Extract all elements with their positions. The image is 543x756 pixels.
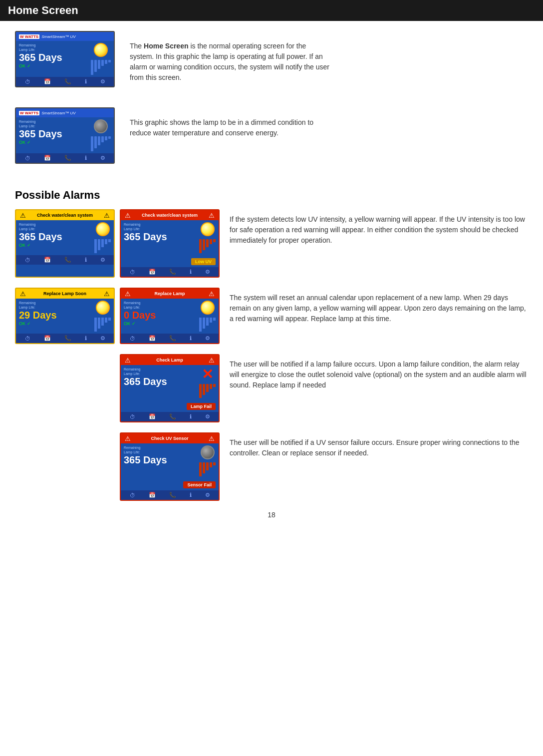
alarm-title-1: Check water/clean system — [26, 213, 104, 218]
smartstream-text: SmartStream™ UV — [41, 34, 75, 39]
screen-red-lamp-body: RemainingLamp Life: 0 Days OK ✓ — [121, 299, 219, 334]
ii-sf: ℹ — [190, 492, 192, 498]
smartstream-text-2: SmartStream™ UV — [41, 111, 75, 115]
pi-a1: 📞 — [64, 257, 71, 263]
rb1 — [199, 239, 202, 253]
alarm-tri-yl-left: ⚠ — [20, 290, 26, 298]
alarm-triangle-right-1: ⚠ — [104, 212, 110, 219]
screen-red-lamp-left: RemainingLamp Life: 0 Days OK ✓ — [124, 301, 196, 326]
alarms-section: Possible Alarms ⚠ Check water/clean syst… — [15, 189, 528, 501]
screen-sensor-fail: ⚠ Check UV Sensor ⚠ RemainingLamp Life: … — [120, 432, 220, 501]
pi-lf: 📞 — [169, 413, 176, 420]
si-a2: ⚙ — [205, 269, 210, 275]
sensor-fail-badge: Sensor Fail — [183, 481, 216, 488]
remaining-label-lf: RemainingLamp Life: — [124, 367, 196, 376]
alarm-title-sf: Check UV Sensor — [131, 436, 209, 441]
alarms-title: Possible Alarms — [15, 189, 528, 202]
timer-icon-2: ⏱ — [25, 155, 30, 161]
alarm-triangle-left-2: ⚠ — [125, 212, 131, 219]
page-number: 18 — [15, 511, 528, 519]
alarm-tri-yl-right: ⚠ — [104, 290, 110, 298]
alarm-1-desc-text: If the system detects low UV intensity, … — [230, 215, 525, 244]
sfb2 — [203, 462, 205, 473]
bars-yl — [94, 318, 111, 332]
screen-dimmed-header: W WATTS SmartStream™ UV — [16, 108, 114, 117]
ok-status-a1: OK ✓ — [19, 243, 91, 248]
sensor-fail-status: Sensor Fail — [124, 479, 216, 488]
phone-icon-2: 📞 — [64, 155, 71, 161]
screen-1-desc-text: The Home Screen is the normal operating … — [130, 42, 329, 81]
screen-fullpower-body: RemainingLamp Life: 365 Days OK ✓ — [16, 41, 114, 77]
watts-logo: W WATTS — [19, 34, 39, 39]
alarm-triangle-right-2: ⚠ — [209, 212, 215, 219]
bar-d3 — [98, 136, 100, 145]
screen-yellow-uv-bottom: ⏱ 📅 📞 ℹ ⚙ — [16, 255, 114, 265]
ci-rl: 📅 — [149, 335, 156, 342]
remaining-label-a1: RemainingLamp Life: — [19, 222, 91, 231]
remaining-label-yl: RemainingLamp Life: — [19, 301, 91, 310]
alarm-header-yellow-uv: ⚠ Check water/clean system ⚠ — [16, 210, 114, 220]
screen-dimmed-bottom: ⏱ 📅 📞 ℹ ⚙ — [16, 153, 114, 163]
page-title: Home Screen — [8, 4, 78, 16]
days-value-lf: 365 Days — [124, 376, 196, 387]
rb3 — [206, 239, 209, 247]
ba1 — [94, 239, 97, 253]
ti-yl: ⏱ — [25, 336, 30, 342]
screen-dimmed: W WATTS SmartStream™ UV RemainingLamp Li… — [15, 107, 115, 164]
bar-1 — [91, 60, 93, 75]
alarm-4-desc-text: The user will be notified if a UV sensor… — [230, 438, 520, 457]
rlb3 — [206, 318, 209, 326]
days-value-sf: 365 Days — [124, 454, 196, 465]
bars-a1 — [94, 239, 111, 253]
screen-sensor-fail-bottom: ⏱ 📅 📞 ℹ ⚙ — [121, 490, 219, 500]
pi-a2: 📞 — [169, 269, 176, 275]
lamp-bulb-2 — [94, 119, 108, 133]
ba3 — [101, 239, 104, 247]
pi-sf: 📞 — [169, 492, 176, 498]
lamp-bulb-yl — [96, 301, 110, 315]
screen-dimmed-right — [91, 119, 111, 151]
sfb1 — [199, 462, 202, 476]
rb2 — [203, 239, 205, 250]
alarm-2-desc-text: The system will reset an annual calendar… — [230, 294, 526, 323]
lamp-bulb-rl — [201, 301, 215, 315]
bars-lf — [199, 384, 216, 398]
lfb3 — [206, 384, 209, 392]
screen-sensor-fail-body: RemainingLamp Life: 365 Days — [121, 443, 219, 478]
alarm-tri-lf-right: ⚠ — [209, 357, 215, 364]
alarm-row-3: ⚠ Check Lamp ⚠ RemainingLamp Life: 365 D… — [15, 354, 528, 422]
si-sf: ⚙ — [205, 492, 210, 498]
yb3 — [101, 318, 104, 326]
alarm-row-4: ⚠ Check UV Sensor ⚠ RemainingLamp Life: … — [15, 432, 528, 501]
x-mark-container: ✕ — [201, 367, 215, 381]
screen-sensor-fail-left: RemainingLamp Life: 365 Days — [124, 445, 196, 465]
screen-lamp-fail-right: ✕ — [199, 367, 216, 398]
yb5 — [108, 318, 111, 321]
normal-screens-section: W WATTS SmartStream™ UV RemainingLamp Li… — [15, 31, 528, 174]
si-rl: ⚙ — [205, 335, 210, 342]
ba5 — [108, 239, 111, 242]
alarm-header-lamp-fail: ⚠ Check Lamp ⚠ — [121, 355, 219, 365]
ti-rl: ⏱ — [130, 336, 135, 342]
screen-2-description: This graphic shows the lamp to be in a d… — [130, 107, 329, 164]
rlb4 — [210, 318, 212, 323]
days-value-a1: 365 Days — [19, 231, 91, 242]
pi-rl: 📞 — [169, 335, 176, 342]
bar-d1 — [91, 136, 93, 151]
lamp-bulb-sf — [201, 445, 215, 459]
power-bars-2 — [91, 136, 111, 151]
ok-status-1: OK ✓ — [19, 63, 88, 68]
ok-status-rl: OK ✓ — [124, 321, 196, 326]
ba2 — [98, 239, 100, 250]
days-value-2: 365 Days — [19, 128, 88, 139]
alarm-title-yl: Replace Lamp Soon — [26, 291, 104, 296]
alarm-title-2: Check water/clean system — [131, 213, 209, 218]
bar-5 — [105, 60, 107, 64]
alarm-title-rl: Replace Lamp — [131, 291, 209, 296]
bar-d2 — [94, 136, 97, 148]
alarm-3-desc-text: The user will be notified if a lamp fail… — [230, 360, 527, 389]
bar-d4 — [101, 136, 104, 142]
yb4 — [105, 318, 107, 323]
screen-dimmed-body: RemainingLamp Life: 365 Days OK ✓ — [16, 117, 114, 153]
alarm-1-description: If the system detects low UV intensity, … — [230, 209, 528, 246]
